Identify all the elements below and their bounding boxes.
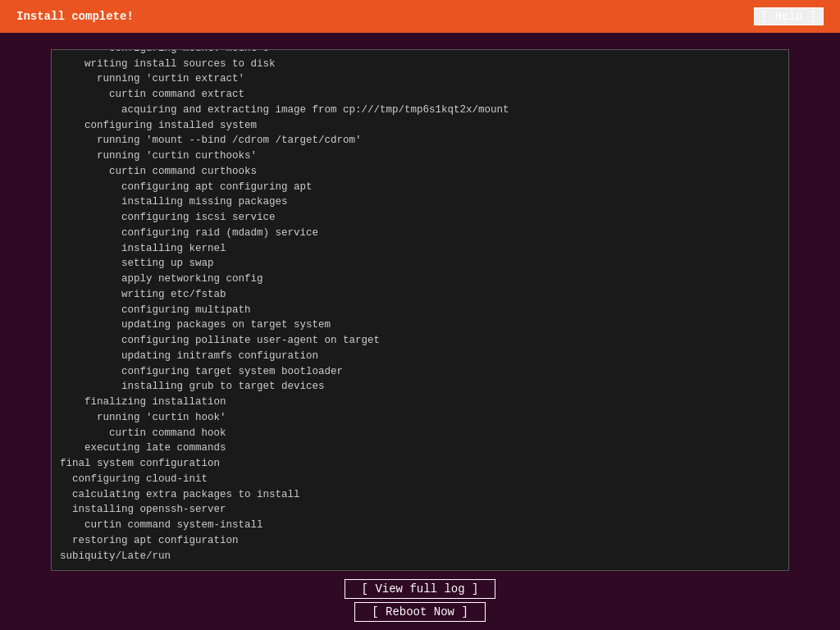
help-button[interactable]: [ Help ]	[754, 7, 824, 25]
view-full-log-button[interactable]: [ View full log ]	[345, 579, 496, 599]
log-output[interactable]: configuring partition: partition-2 confi…	[52, 50, 788, 570]
header-title: Install complete!	[16, 10, 134, 23]
header-bar: Install complete! [ Help ]	[0, 0, 840, 33]
buttons-row: [ View full log ] [ Reboot Now ]	[345, 579, 496, 622]
main-content: configuring partition: partition-2 confi…	[0, 33, 840, 630]
log-container: configuring partition: partition-2 confi…	[51, 49, 789, 571]
reboot-now-button[interactable]: [ Reboot Now ]	[354, 602, 486, 622]
